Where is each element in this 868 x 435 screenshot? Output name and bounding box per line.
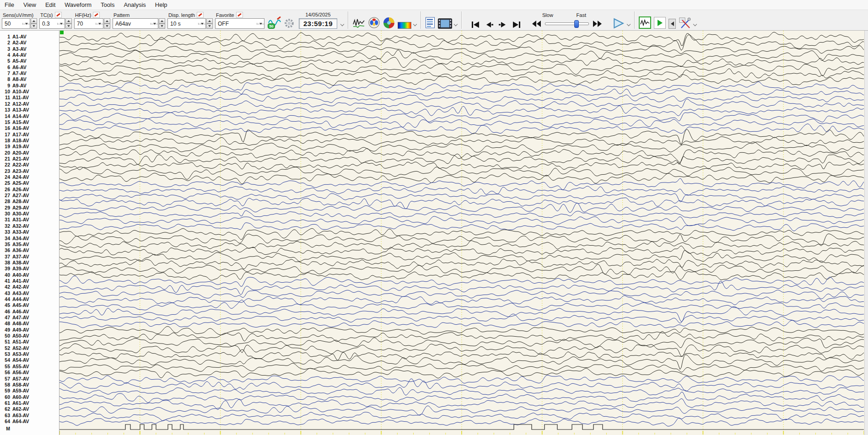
favorite-select[interactable]: OFF xyxy=(215,18,264,29)
menu-item-tools[interactable]: Tools xyxy=(96,0,119,9)
menu-item-view[interactable]: View xyxy=(19,0,41,9)
display-length-select[interactable]: 10 s xyxy=(167,18,206,29)
channel-row[interactable]: 45A45-AV xyxy=(0,302,59,308)
time-constant-select[interactable]: 0.3 xyxy=(39,18,65,29)
fast-forward-button[interactable] xyxy=(592,20,603,28)
waveform-svg[interactable] xyxy=(59,31,864,435)
channel-row[interactable]: 64A64-AV xyxy=(0,419,59,424)
menu-item-edit[interactable]: Edit xyxy=(41,0,60,9)
channel-row[interactable]: 3A3-AV xyxy=(0,46,59,52)
speed-slider-handle[interactable] xyxy=(574,20,579,28)
channel-row[interactable]: 61A61-AV xyxy=(0,400,59,406)
channel-row[interactable]: 23A23-AV xyxy=(0,168,59,174)
edit-pencil-icon[interactable] xyxy=(55,12,62,18)
channel-row[interactable]: 29A29-AV xyxy=(0,205,59,211)
channel-row[interactable]: 22A22-AV xyxy=(0,162,59,168)
channel-row[interactable]: 17A17-AV xyxy=(0,132,59,138)
channel-row[interactable]: 41A41-AV xyxy=(0,278,59,284)
group-expand-chevron-icon[interactable] xyxy=(627,22,631,26)
group-expand-chevron-icon[interactable] xyxy=(413,22,417,26)
channel-row[interactable]: 30A30-AV xyxy=(0,211,59,217)
channel-row[interactable]: 28A28-AV xyxy=(0,199,59,204)
channel-row[interactable]: 33A33-AV xyxy=(0,229,59,235)
channel-row[interactable]: 32A32-AV xyxy=(0,223,59,229)
settings-gear-icon[interactable] xyxy=(284,18,295,29)
channel-row[interactable]: 35A35-AV xyxy=(0,242,59,247)
channel-row[interactable]: 11A11-AV xyxy=(0,95,59,101)
review-waveform-button[interactable] xyxy=(639,16,651,29)
video-icon[interactable] xyxy=(438,18,452,29)
step-back-button[interactable] xyxy=(484,21,495,29)
channel-row[interactable]: 31A31-AV xyxy=(0,217,59,223)
channel-row[interactable]: 14A14-AV xyxy=(0,113,59,119)
skip-last-button[interactable] xyxy=(511,21,522,29)
channel-row[interactable]: 53A53-AV xyxy=(0,351,59,357)
high-filter-spinner[interactable] xyxy=(104,18,110,29)
channel-row[interactable]: 27A27-AV xyxy=(0,193,59,199)
channel-row[interactable]: 57A57-AV xyxy=(0,376,59,382)
high-filter-select[interactable]: 70 xyxy=(74,18,103,29)
channel-row[interactable]: 49A49-AV xyxy=(0,327,59,333)
pattern-select[interactable]: A64av xyxy=(113,18,158,29)
edit-pencil-icon[interactable] xyxy=(236,12,243,18)
channel-row[interactable]: 21A21-AV xyxy=(0,156,59,162)
menu-item-file[interactable]: File xyxy=(0,0,19,9)
channel-row[interactable]: 16A16-AV xyxy=(0,125,59,131)
waveform-area[interactable] xyxy=(59,31,864,435)
marker-channel-row[interactable]: M xyxy=(0,426,59,432)
edit-pencil-icon[interactable] xyxy=(93,12,100,18)
rewind-button[interactable] xyxy=(531,20,542,28)
channel-row[interactable]: 2A2-AV xyxy=(0,40,59,46)
channel-row[interactable]: 46A46-AV xyxy=(0,309,59,315)
chevron-down-icon[interactable] xyxy=(57,23,65,25)
channel-row[interactable]: 7A7-AV xyxy=(0,70,59,76)
pattern-spinner[interactable] xyxy=(159,18,165,29)
channel-row[interactable]: 56A56-AV xyxy=(0,370,59,376)
channel-row[interactable]: 4A4-AV xyxy=(0,52,59,58)
chevron-down-icon[interactable] xyxy=(257,23,264,25)
channel-row[interactable]: 18A18-AV xyxy=(0,138,59,144)
color-wheel-icon[interactable] xyxy=(383,17,395,29)
chevron-down-icon[interactable] xyxy=(22,23,30,25)
chevron-down-icon[interactable] xyxy=(198,23,205,25)
step-forward-button[interactable] xyxy=(497,21,508,29)
colormap-bar-icon[interactable] xyxy=(398,22,411,29)
channel-row[interactable]: 1A1-AV xyxy=(0,34,59,40)
channel-row[interactable]: 50A50-AV xyxy=(0,333,59,339)
chevron-down-icon[interactable] xyxy=(151,23,158,25)
report-icon[interactable] xyxy=(425,16,435,29)
waveform-tools-icon[interactable] xyxy=(679,16,691,29)
channel-row[interactable]: 48A48-AV xyxy=(0,321,59,327)
channel-row[interactable]: 26A26-AV xyxy=(0,187,59,193)
channel-row[interactable]: 52A52-AV xyxy=(0,345,59,351)
trace-display-icon[interactable] xyxy=(352,17,365,29)
sensitivity-spinner[interactable] xyxy=(31,18,37,29)
start-review-button[interactable] xyxy=(654,17,666,29)
channel-row[interactable]: 24A24-AV xyxy=(0,174,59,180)
channel-row[interactable]: 42A42-AV xyxy=(0,284,59,290)
channel-row[interactable]: 13A13-AV xyxy=(0,107,59,113)
channel-row[interactable]: 6A6-AV xyxy=(0,64,59,70)
channel-row[interactable]: 43A43-AV xyxy=(0,290,59,296)
channel-row[interactable]: 59A59-AV xyxy=(0,388,59,394)
group-expand-chevron-icon[interactable] xyxy=(454,22,458,26)
channel-row[interactable]: 39A39-AV xyxy=(0,266,59,272)
channel-row[interactable]: 58A58-AV xyxy=(0,382,59,388)
group-expand-chevron-icon[interactable] xyxy=(693,22,697,26)
channel-row[interactable]: 47A47-AV xyxy=(0,315,59,321)
channel-row[interactable]: 54A54-AV xyxy=(0,357,59,363)
waveform-edit-icon[interactable]: 50 xyxy=(268,15,281,29)
channel-row[interactable]: 63A63-AV xyxy=(0,413,59,419)
menu-item-help[interactable]: Help xyxy=(151,0,172,9)
menu-item-analysis[interactable]: Analysis xyxy=(119,0,150,9)
sensitivity-select[interactable]: 50 xyxy=(2,18,30,29)
channel-row[interactable]: 20A20-AV xyxy=(0,150,59,156)
display-length-spinner[interactable] xyxy=(206,18,213,29)
edit-pencil-icon[interactable] xyxy=(197,12,204,18)
head-map-icon[interactable] xyxy=(368,16,380,29)
chevron-down-icon[interactable] xyxy=(96,23,103,25)
channel-row[interactable]: 8A8-AV xyxy=(0,76,59,82)
channel-row[interactable]: 19A19-AV xyxy=(0,144,59,150)
channel-row[interactable]: 37A37-AV xyxy=(0,254,59,260)
channel-row[interactable]: 40A40-AV xyxy=(0,272,59,278)
